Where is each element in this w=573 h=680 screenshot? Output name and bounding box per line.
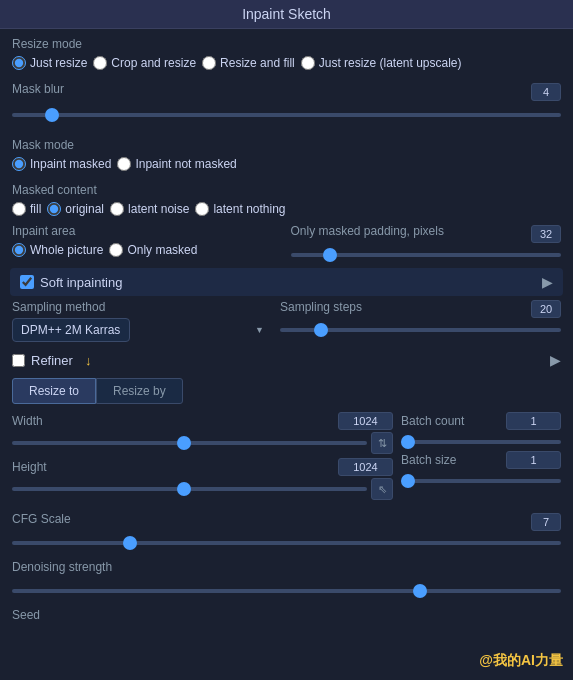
resize-mode-section: Resize mode Just resize Crop and resize … [0,29,573,74]
width-label: Width [12,414,43,428]
resize-mode-resize-fill[interactable]: Resize and fill [202,56,295,70]
tab-resize-by[interactable]: Resize by [96,378,183,404]
inpaint-area-row: Inpaint area Whole picture Only masked O… [0,220,573,264]
content-original[interactable]: original [47,202,104,216]
refiner-label: Refiner [31,353,73,368]
width-section: Width ⇅ [12,412,393,454]
only-masked-padding-value: 32 [531,225,561,243]
masked-content-label: Masked content [12,183,561,197]
soft-inpainting-label-group: Soft inpainting [20,275,122,290]
refiner-toggle[interactable]: ▶ [550,352,561,368]
batch-section: Batch count Batch size [401,412,561,500]
latent-nothing-label: latent nothing [213,202,285,216]
inpaint-area-group: Whole picture Only masked [12,243,283,257]
only-masked-label: Only masked [127,243,197,257]
batch-count-input[interactable] [506,412,561,430]
height-slider[interactable] [12,487,367,491]
inpaint-masked-label: Inpaint masked [30,157,111,171]
only-masked-padding-slider[interactable] [291,253,562,257]
width-input[interactable] [338,412,393,430]
width-slider[interactable] [12,441,367,445]
resize-mode-latent-upscale[interactable]: Just resize (latent upscale) [301,56,462,70]
batch-size-label: Batch size [401,453,456,467]
sampling-steps-section: Sampling steps 20 [280,300,561,335]
latent-upscale-label: Just resize (latent upscale) [319,56,462,70]
area-whole-picture[interactable]: Whole picture [12,243,103,257]
resize-mode-group: Just resize Crop and resize Resize and f… [12,56,561,70]
resize-mode-label: Resize mode [12,37,561,51]
sampling-row: Sampling method DPM++ 2M Karras Euler a … [0,300,573,346]
batch-size-section: Batch size [401,451,561,486]
only-masked-padding-label: Only masked padding, pixels [291,224,444,238]
seed-label: Seed [12,608,561,622]
masked-content-section: Masked content fill original latent nois… [0,175,573,220]
denoising-strength-slider[interactable] [12,589,561,593]
tab-resize-to[interactable]: Resize to [12,378,96,404]
inpaint-area-section: Inpaint area Whole picture Only masked [12,224,283,260]
just-resize-label: Just resize [30,56,87,70]
width-height-section: Width ⇅ Height ⇖ [12,412,393,500]
resize-mode-crop-resize[interactable]: Crop and resize [93,56,196,70]
top-bar-title: Inpaint Sketch [242,6,331,22]
refiner-row: Refiner ↓ ▶ [0,346,573,374]
soft-inpainting-row: Soft inpainting ▶ [10,268,563,296]
seed-section: Seed [0,600,573,631]
whole-picture-label: Whole picture [30,243,103,257]
inpaint-area-label: Inpaint area [12,224,283,238]
sampling-steps-label: Sampling steps [280,300,362,314]
sampling-method-select[interactable]: DPM++ 2M Karras Euler a Euler LMS Heun [12,318,130,342]
mask-blur-value: 4 [531,83,561,101]
sampling-method-section: Sampling method DPM++ 2M Karras Euler a … [12,300,272,342]
cfg-scale-slider[interactable] [12,541,561,545]
mask-inpaint-not-masked[interactable]: Inpaint not masked [117,157,236,171]
mask-mode-label: Mask mode [12,138,561,152]
batch-count-section: Batch count [401,412,561,447]
inpaint-not-masked-label: Inpaint not masked [135,157,236,171]
mask-mode-section: Mask mode Inpaint masked Inpaint not mas… [0,130,573,175]
content-latent-nothing[interactable]: latent nothing [195,202,285,216]
dimensions-row: Width ⇅ Height ⇖ Batch count [0,408,573,504]
refiner-checkbox[interactable] [12,354,25,367]
mask-blur-label: Mask blur [12,82,64,96]
mask-inpaint-masked[interactable]: Inpaint masked [12,157,111,171]
content-latent-noise[interactable]: latent noise [110,202,189,216]
resize-aspect-icon[interactable]: ⇖ [371,478,393,500]
sampling-steps-value: 20 [531,300,561,318]
sampling-steps-slider[interactable] [280,328,561,332]
height-label: Height [12,460,47,474]
only-masked-padding-section: Only masked padding, pixels 32 [291,224,562,260]
fill-label: fill [30,202,41,216]
denoising-strength-section: Denoising strength [0,552,573,600]
sampling-method-select-wrapper: DPM++ 2M Karras Euler a Euler LMS Heun [12,318,272,342]
soft-inpainting-label: Soft inpainting [40,275,122,290]
crop-resize-label: Crop and resize [111,56,196,70]
resize-fill-label: Resize and fill [220,56,295,70]
cfg-scale-section: CFG Scale 7 [0,504,573,552]
batch-count-label: Batch count [401,414,464,428]
refiner-arrow-icon: ↓ [85,353,92,368]
top-bar: Inpaint Sketch [0,0,573,29]
cfg-scale-value: 7 [531,513,561,531]
height-section: Height ⇖ [12,458,393,500]
batch-count-slider[interactable] [401,440,561,444]
mask-blur-slider-container [12,105,561,120]
height-input[interactable] [338,458,393,476]
original-label: original [65,202,104,216]
mask-blur-slider[interactable] [12,113,561,117]
content-fill[interactable]: fill [12,202,41,216]
cfg-scale-label: CFG Scale [12,512,71,526]
swap-dimensions-icon[interactable]: ⇅ [371,432,393,454]
masked-content-group: fill original latent noise latent nothin… [12,202,561,216]
watermark: @我的AI力量 [479,652,563,670]
soft-inpainting-checkbox[interactable] [20,275,34,289]
mask-blur-section: Mask blur 4 [0,74,573,130]
resize-mode-just-resize[interactable]: Just resize [12,56,87,70]
area-only-masked[interactable]: Only masked [109,243,197,257]
tab-row: Resize to Resize by [0,374,573,408]
batch-size-input[interactable] [506,451,561,469]
soft-inpainting-toggle[interactable]: ▶ [542,274,553,290]
batch-size-slider[interactable] [401,479,561,483]
sampling-method-label: Sampling method [12,300,272,314]
refiner-left: Refiner ↓ [12,353,91,368]
denoising-strength-label: Denoising strength [12,560,112,574]
